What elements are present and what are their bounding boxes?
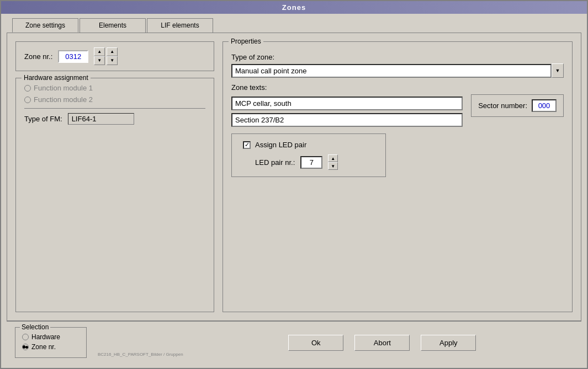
zone-nr-input[interactable] <box>58 50 88 63</box>
selection-hardware-radio[interactable] <box>22 334 29 340</box>
function-module-1-label: Function module 1 <box>34 84 93 92</box>
hardware-assignment-title: Hardware assignment <box>22 74 91 82</box>
apply-button[interactable]: Apply <box>421 335 476 351</box>
tab-zone-settings[interactable]: Zone settings <box>12 18 78 33</box>
led-box: ✓ Assign LED pair LED pair nr.: ▲ ▼ <box>231 133 386 177</box>
zone-texts-label: Zone texts: <box>231 83 463 92</box>
zone-text-1-input[interactable] <box>231 97 463 110</box>
function-module-1-radio[interactable] <box>24 85 31 92</box>
tab-elements[interactable]: Elements <box>80 18 146 33</box>
window-title: Zones <box>282 3 306 12</box>
hardware-assignment-box: Hardware assignment Function module 1 Fu… <box>15 78 214 312</box>
tab-content: Zone nr.: ▲ ▼ ▲ ▼ Har <box>7 33 581 321</box>
led-pair-nr-row: LED pair nr.: ▲ ▼ <box>243 154 374 170</box>
assign-led-checkbox[interactable]: ✓ <box>243 141 251 149</box>
tab-lif-elements[interactable]: LIF elements <box>147 18 213 33</box>
zone-nr-down-btn[interactable]: ▼ <box>94 56 105 65</box>
zone-nr-label: Zone nr.: <box>24 52 52 61</box>
selection-zone-nr-radio[interactable] <box>22 344 29 350</box>
selection-title: Selection <box>20 323 50 331</box>
function-module-2-radio[interactable] <box>24 97 31 103</box>
selection-hardware-label: Hardware <box>31 333 60 341</box>
watermark: BC216_HB_C_PARSOFT_Bilder / Gruppen <box>98 352 183 358</box>
abort-button[interactable]: Abort <box>354 335 410 351</box>
properties-box: Properties Type of zone: ▼ Zone texts: <box>223 41 573 312</box>
content-area: Zone settings Elements LIF elements Zone… <box>1 14 587 368</box>
tab-bar: Zone settings Elements LIF elements <box>7 18 581 33</box>
properties-title: Properties <box>229 38 263 45</box>
selection-box: Selection Hardware Zone nr. <box>15 327 87 358</box>
type-of-zone-row: ▼ <box>231 63 564 78</box>
zone-nr-box: Zone nr.: ▲ ▼ ▲ ▼ <box>15 41 214 71</box>
led-pair-input[interactable] <box>300 156 322 169</box>
type-of-zone-input[interactable] <box>231 64 552 78</box>
selection-hardware-row: Hardware <box>22 333 80 341</box>
assign-led-row: ✓ Assign LED pair <box>243 141 374 149</box>
type-of-fm-value: LIF64-1 <box>68 113 134 125</box>
zone-text-2-input[interactable] <box>231 113 463 127</box>
zone-nr-up2-btn[interactable]: ▲ <box>107 47 118 56</box>
spinner-col-1: ▲ ▼ <box>94 47 105 65</box>
left-panel: Zone nr.: ▲ ▼ ▲ ▼ Har <box>15 41 214 312</box>
function-module-2-row: Function module 2 <box>24 95 205 104</box>
type-of-zone-arrow[interactable]: ▼ <box>552 63 564 78</box>
ok-button[interactable]: Ok <box>288 335 343 351</box>
right-panel: Properties Type of zone: ▼ Zone texts: <box>223 41 573 312</box>
zone-texts-sector-row: Zone texts: Sector number: <box>231 83 564 127</box>
selection-zone-nr-label: Zone nr. <box>31 343 56 351</box>
selection-zone-nr-row: Zone nr. <box>22 343 80 351</box>
spinner-col-2: ▲ ▼ <box>107 47 118 65</box>
action-buttons: Ok Abort Apply <box>192 335 573 351</box>
zone-nr-up-btn[interactable]: ▲ <box>94 47 105 56</box>
type-of-fm-row: Type of FM: LIF64-1 <box>24 113 205 125</box>
bottom-bar: Selection Hardware Zone nr. BC216_HB_C_P… <box>7 321 581 363</box>
assign-led-label: Assign LED pair <box>255 141 306 149</box>
function-module-2-label: Function module 2 <box>34 95 93 104</box>
led-pair-spinners: ▲ ▼ <box>328 154 338 170</box>
type-of-fm-label: Type of FM: <box>24 115 62 123</box>
led-pair-nr-label: LED pair nr.: <box>255 158 295 167</box>
led-pair-down-btn[interactable]: ▼ <box>328 162 338 170</box>
sector-label: Sector number: <box>478 101 527 110</box>
sector-input[interactable] <box>532 99 557 112</box>
title-bar: Zones <box>1 1 587 14</box>
function-module-1-row: Function module 1 <box>24 84 205 92</box>
zone-nr-down2-btn[interactable]: ▼ <box>107 56 118 65</box>
sector-box: Sector number: <box>471 94 564 117</box>
led-pair-up-btn[interactable]: ▲ <box>328 154 338 162</box>
type-of-zone-label: Type of zone: <box>231 53 564 61</box>
main-window: Zones Zone settings Elements LIF element… <box>0 0 588 369</box>
zone-texts-col: Zone texts: <box>231 83 463 127</box>
zone-nr-spinners: ▲ ▼ ▲ ▼ <box>94 47 118 65</box>
